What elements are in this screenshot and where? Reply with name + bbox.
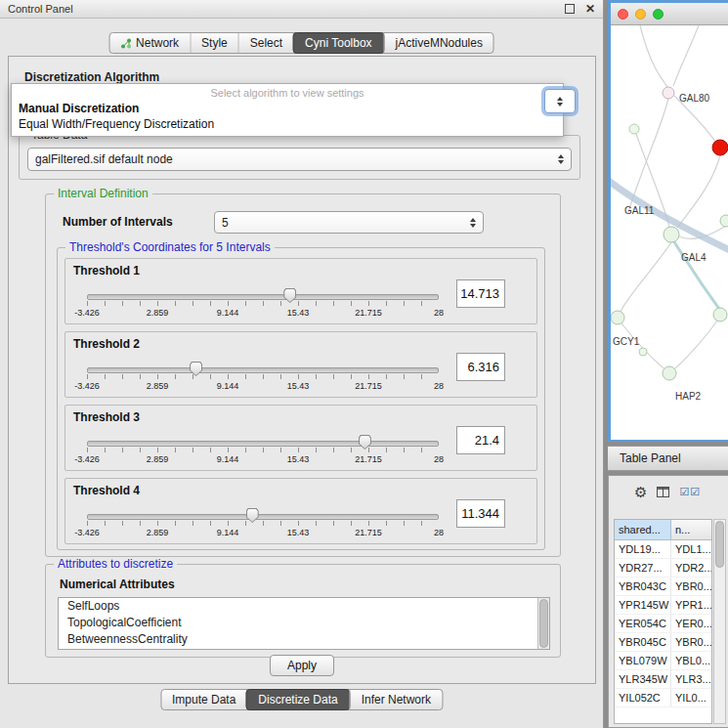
node-label-gal80[interactable]: GAL80	[679, 93, 710, 104]
node-label-gal11[interactable]: GAL11	[624, 205, 655, 216]
cell-name[interactable]: YIL0...	[671, 689, 711, 707]
tab-discretize-data[interactable]: Discretize Data	[245, 689, 350, 710]
table-row[interactable]: YDL19...YDL1...	[615, 540, 711, 559]
cell-shared-name[interactable]: YBR045C	[615, 633, 671, 651]
dropdown-option-manual-discretization[interactable]: Manual Discretization	[12, 101, 563, 116]
network-node[interactable]	[713, 308, 727, 321]
apply-button[interactable]: Apply	[270, 655, 334, 676]
threshold-1-slider[interactable]: -3.426 2.859 9.144 15.43 21.715 28	[87, 288, 439, 321]
threshold-3-slider[interactable]: -3.426 2.859 9.144 15.43 21.715 28	[87, 435, 439, 468]
table-row[interactable]: YDR27...YDR2...	[615, 559, 711, 578]
column-header-name[interactable]: n...	[671, 520, 711, 539]
scrollbar-thumb[interactable]	[715, 521, 724, 568]
tab-jactivemnodules[interactable]: jActiveMNodules	[384, 33, 493, 53]
table-row[interactable]: YPR145WYPR1...	[615, 596, 711, 615]
node-label-gal4[interactable]: GAL4	[681, 252, 707, 263]
column-header-shared-name[interactable]: shared...	[615, 520, 671, 539]
table-row[interactable]: YBL079WYBL0...	[615, 652, 711, 670]
network-canvas[interactable]: GAL80 GAL11 GAL4 GCY1 HAP2	[611, 25, 728, 440]
slider-track[interactable]	[87, 514, 439, 520]
scrollbar-thumb[interactable]	[539, 599, 548, 648]
cell-name[interactable]: YPR1...	[671, 596, 711, 614]
table-row[interactable]: YBR043CYBR0...	[615, 578, 711, 596]
cell-shared-name[interactable]: YBL079W	[615, 652, 671, 669]
table-data-combobox[interactable]: galFiltered.sif default node	[27, 148, 572, 171]
close-icon[interactable]: ✕	[585, 3, 595, 15]
cell-shared-name[interactable]: YBR043C	[615, 578, 671, 595]
selected-node-red[interactable]	[712, 140, 728, 155]
list-scrollbar[interactable]	[537, 598, 549, 649]
node-label-gcy1[interactable]: GCY1	[613, 336, 640, 347]
table-row[interactable]: YBR045CYBR0...	[615, 633, 711, 652]
combo-stepper-icon	[552, 154, 564, 164]
network-node[interactable]	[663, 366, 676, 380]
network-graph[interactable]: GAL80 GAL11 GAL4 GCY1 HAP2	[611, 25, 728, 440]
algorithm-group-label: Discretization Algorithm	[24, 70, 159, 84]
network-node[interactable]	[664, 227, 679, 242]
threshold-3-value-field[interactable]: 21.4	[456, 426, 505, 454]
tab-select[interactable]: Select	[238, 33, 293, 53]
cell-shared-name[interactable]: YIL052C	[615, 689, 671, 707]
table-row[interactable]: YIL052CYIL0...	[615, 689, 711, 707]
slider-track[interactable]	[87, 441, 439, 447]
cell-shared-name[interactable]: YLR345W	[615, 670, 671, 688]
columns-icon[interactable]	[657, 487, 669, 497]
table-scrollbar[interactable]	[713, 519, 726, 724]
threshold-4-label: Threshold 4	[73, 484, 140, 497]
threshold-4-slider[interactable]: -3.426 2.859 9.144 15.43 21.715 28	[87, 508, 439, 541]
algorithm-dropdown-popup: Select algorithm to view settings Manual…	[11, 83, 564, 137]
cell-shared-name[interactable]: YPR145W	[615, 596, 671, 614]
number-of-intervals-label: Number of Intervals	[63, 215, 173, 229]
control-panel-titlebar[interactable]: Control Panel ✕	[0, 0, 603, 19]
cell-name[interactable]: YDL1...	[671, 540, 711, 558]
table-panel-header[interactable]: Table Panel	[608, 446, 728, 471]
numerical-attributes-list[interactable]: SelfLoops TopologicalCoefficient Between…	[58, 597, 550, 650]
tab-network[interactable]: Network	[109, 33, 190, 53]
network-window-titlebar[interactable]	[611, 3, 728, 25]
threshold-1-value-field[interactable]: 14.713	[456, 279, 505, 308]
gear-icon[interactable]: ⚙	[634, 485, 647, 499]
cell-shared-name[interactable]: YER054C	[615, 615, 671, 632]
table-row[interactable]: YER054CYER0...	[615, 615, 711, 633]
scale-label: -3.426	[74, 308, 100, 318]
cell-name[interactable]: YDR2...	[671, 559, 711, 577]
cell-name[interactable]: YBR0...	[671, 578, 711, 595]
network-node[interactable]	[639, 348, 647, 356]
network-node[interactable]	[720, 215, 728, 227]
zoom-traffic-light[interactable]	[653, 9, 664, 20]
minimize-traffic-light[interactable]	[635, 9, 646, 20]
network-node[interactable]	[663, 87, 674, 99]
cell-name[interactable]: YBL0...	[671, 652, 711, 669]
list-item[interactable]: BetweennessCentrality	[59, 631, 549, 648]
cell-name[interactable]: YLR3...	[671, 670, 711, 688]
close-traffic-light[interactable]	[618, 9, 628, 20]
select-columns-checkboxes-icon[interactable]: ☑☑	[679, 487, 701, 497]
scale-label: 15.43	[287, 308, 310, 318]
tab-infer-network[interactable]: Infer Network	[350, 690, 442, 709]
threshold-4-value-field[interactable]: 11.344	[456, 499, 505, 528]
table-header-row: shared... n...	[615, 520, 711, 540]
algorithm-combobox[interactable]	[544, 89, 576, 113]
threshold-2-value-field[interactable]: 6.316	[456, 353, 505, 381]
cell-name[interactable]: YER0...	[671, 615, 711, 632]
tab-style[interactable]: Style	[190, 33, 238, 53]
app-root: Control Panel ✕ Network Style Select Cyn…	[0, 0, 728, 728]
cell-name[interactable]: YBR0...	[671, 633, 711, 651]
tab-impute-data[interactable]: Impute Data	[161, 690, 246, 709]
slider-track[interactable]	[87, 367, 439, 373]
float-window-icon[interactable]	[565, 4, 575, 14]
network-node[interactable]	[611, 311, 624, 324]
table-row[interactable]: YLR345WYLR3...	[615, 670, 711, 689]
slider-track[interactable]	[87, 294, 439, 300]
node-label-hap2[interactable]: HAP2	[675, 391, 702, 402]
number-of-intervals-combobox[interactable]: 5	[214, 211, 484, 234]
dropdown-option-equal-width[interactable]: Equal Width/Frequency Discretization	[12, 116, 563, 132]
cell-shared-name[interactable]: YDL19...	[615, 540, 671, 558]
threshold-2-slider[interactable]: -3.426 2.859 9.144 15.43 21.715 28	[87, 362, 439, 395]
tab-infer-network-label: Infer Network	[362, 693, 431, 707]
cell-shared-name[interactable]: YDR27...	[615, 559, 671, 577]
list-item[interactable]: SelfLoops	[59, 598, 549, 615]
network-node[interactable]	[629, 124, 639, 134]
tab-cyni-toolbox[interactable]: Cyni Toolbox	[292, 32, 384, 54]
list-item[interactable]: TopologicalCoefficient	[59, 615, 549, 631]
